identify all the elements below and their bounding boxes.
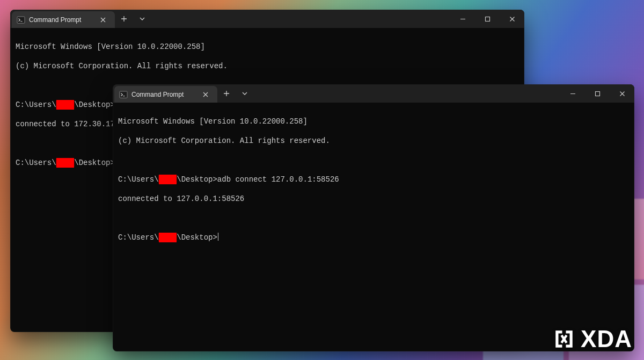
window-controls (450, 10, 524, 28)
command-prompt-icon (17, 17, 25, 23)
text-cursor (218, 233, 218, 241)
tab-actions (115, 10, 151, 28)
output-line: (c) Microsoft Corporation. All rights re… (16, 61, 519, 71)
xda-mark-icon (553, 328, 575, 350)
command-line: C:\Users\████\Desktop>adb connect 127.0.… (118, 175, 629, 184)
titlebar[interactable]: Command Prompt (113, 84, 634, 103)
svg-rect-7 (595, 91, 599, 96)
maximize-button[interactable] (585, 84, 610, 103)
minimize-button[interactable] (560, 84, 585, 103)
redacted-username: ████ (159, 233, 177, 242)
tab-command-prompt[interactable]: Command Prompt (12, 11, 115, 28)
new-tab-button[interactable] (115, 10, 133, 28)
svg-rect-0 (17, 17, 25, 23)
terminal-window-front[interactable]: Command Prompt Micr (113, 84, 634, 351)
close-button[interactable] (610, 84, 634, 103)
new-tab-button[interactable] (217, 84, 236, 103)
command-prompt-icon (120, 91, 127, 98)
tab-strip: Command Prompt (10, 10, 115, 28)
window-controls (560, 84, 634, 103)
command-text: adb connect 127.0.0.1:58526 (217, 175, 339, 184)
output-line: (c) Microsoft Corporation. All rights re… (118, 136, 629, 146)
titlebar-drag-region[interactable] (151, 10, 450, 28)
xda-watermark: XDA (553, 326, 632, 352)
tab-close-button[interactable] (200, 89, 211, 100)
close-button[interactable] (500, 10, 524, 28)
minimize-button[interactable] (450, 10, 475, 28)
maximize-button[interactable] (475, 10, 500, 28)
tab-strip: Command Prompt (113, 84, 217, 103)
svg-rect-4 (120, 91, 127, 98)
terminal-output[interactable]: Microsoft Windows [Version 10.0.22000.25… (113, 103, 634, 267)
output-blank (118, 213, 629, 223)
titlebar-drag-region[interactable] (254, 84, 560, 103)
svg-rect-3 (485, 17, 489, 21)
tab-command-prompt[interactable]: Command Prompt (114, 86, 217, 103)
tab-dropdown-button[interactable] (133, 10, 151, 28)
output-line: Microsoft Windows [Version 10.0.22000.25… (118, 117, 629, 126)
tab-actions (217, 84, 254, 103)
prompt-line: C:\Users\████\Desktop> (118, 233, 629, 242)
tab-close-button[interactable] (98, 15, 108, 25)
tab-dropdown-button[interactable] (236, 84, 254, 103)
tab-title: Command Prompt (29, 16, 81, 24)
output-line: connected to 127.0.0.1:58526 (118, 194, 629, 204)
tab-title: Command Prompt (131, 91, 184, 98)
redacted-username: ████ (56, 158, 75, 168)
xda-wordmark: XDA (581, 326, 632, 352)
titlebar[interactable]: Command Prompt (10, 10, 524, 28)
output-blank (118, 155, 629, 165)
redacted-username: ████ (56, 100, 75, 110)
desktop-wallpaper: Command Prompt Micr (0, 0, 644, 360)
redacted-username: ████ (159, 175, 177, 184)
output-line: Microsoft Windows [Version 10.0.22000.25… (16, 42, 519, 52)
